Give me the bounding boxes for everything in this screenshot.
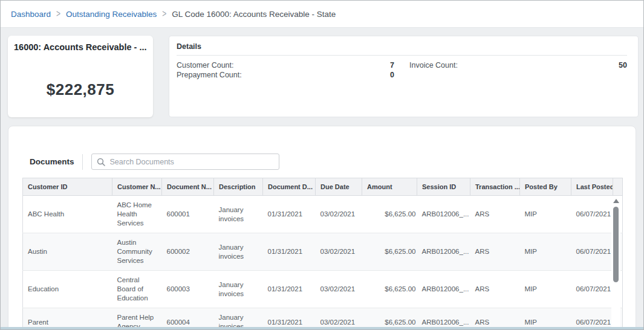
cell-posted-by: MIP — [520, 196, 571, 233]
cell-posted-by: MIP — [520, 233, 571, 271]
toolbar-divider — [82, 154, 83, 170]
cell-amount: $6,625.00 — [362, 271, 417, 308]
prepayment-count-label: Prepayment Count: — [177, 70, 242, 80]
column-header-due-date[interactable]: Due Date — [316, 178, 362, 196]
top-row: 16000: Accounts Receivable - ... $222,87… — [8, 36, 636, 117]
cell-due-date: 03/02/2021 — [316, 271, 362, 308]
documents-table: Customer IDCustomer N...Document N...Des… — [22, 178, 623, 330]
scrollbar-thumb[interactable] — [613, 207, 619, 282]
app-window: { "breadcrumb": { "separator": ">", "ite… — [0, 0, 644, 330]
customer-count-row: Customer Count: 7 — [177, 60, 394, 70]
column-header-customer-name[interactable]: Customer N... — [112, 178, 162, 196]
cell-customer-name: Austin Community Services — [112, 233, 162, 271]
chevron-right-icon: > — [162, 8, 166, 19]
cell-document-date: 01/31/2021 — [263, 233, 316, 271]
column-header-stub — [613, 178, 623, 196]
table-header-row: Customer IDCustomer N...Document N...Des… — [23, 178, 623, 196]
cell-customer-name: ABC Home Health Services — [112, 196, 162, 233]
prepayment-count-value: 0 — [390, 70, 394, 80]
table-body: ABC HealthABC Home Health Services600001… — [23, 196, 623, 330]
cell-document-date: 01/31/2021 — [263, 271, 316, 308]
window-bottom-edge — [1, 327, 643, 329]
search-icon — [97, 158, 105, 166]
scroll-up-arrow-icon[interactable] — [613, 199, 619, 203]
cell-customer-name: Central Board of Education — [112, 271, 162, 308]
documents-toolbar: Documents — [30, 154, 621, 170]
invoice-count-label: Invoice Count: — [409, 60, 458, 70]
column-header-session-id[interactable]: Session ID — [417, 178, 470, 196]
prepayment-count-row: Prepayment Count: 0 — [177, 70, 394, 80]
column-header-amount[interactable]: Amount — [362, 178, 417, 196]
column-header-last-posted[interactable]: Last Posted — [571, 178, 613, 196]
cell-amount: $6,625.00 — [362, 196, 417, 233]
cell-transaction-type: ARS — [470, 233, 520, 271]
table-row[interactable]: ABC HealthABC Home Health Services600001… — [23, 196, 623, 233]
customer-count-value: 7 — [390, 60, 394, 70]
chevron-right-icon: > — [56, 8, 60, 19]
cell-session-id: ARB012006_... — [417, 271, 470, 308]
gl-code-title: 16000: Accounts Receivable - ... — [14, 42, 147, 52]
gl-code-summary-card[interactable]: 16000: Accounts Receivable - ... $222,87… — [8, 36, 153, 117]
details-panel: Details Customer Count: 7 Prepayment Cou… — [169, 36, 639, 117]
column-header-transaction-type[interactable]: Transaction ... — [470, 178, 520, 196]
cell-transaction-type: ARS — [470, 196, 520, 233]
cell-posted-by: MIP — [520, 271, 571, 308]
details-right-column: Invoice Count: 50 — [409, 60, 627, 80]
search-input[interactable] — [110, 158, 274, 166]
details-heading: Details — [177, 42, 627, 56]
documents-heading: Documents — [30, 157, 74, 166]
cell-customer-id: Education — [23, 271, 112, 308]
cell-description: January invoices — [214, 271, 263, 308]
cell-transaction-type: ARS — [470, 271, 520, 308]
cell-due-date: 03/02/2021 — [316, 233, 362, 271]
breadcrumb-link-outstanding-receivables[interactable]: Outstanding Receivables — [66, 10, 157, 19]
cell-document-date: 01/31/2021 — [263, 196, 316, 233]
invoice-count-value: 50 — [619, 60, 627, 70]
cell-description: January invoices — [214, 196, 263, 233]
column-header-description[interactable]: Description — [214, 178, 263, 196]
cell-session-id: ARB012006_... — [417, 196, 470, 233]
breadcrumb-link-dashboard[interactable]: Dashboard — [11, 10, 51, 19]
cell-document-number: 600001 — [162, 196, 214, 233]
cell-session-id: ARB012006_... — [417, 233, 470, 271]
column-header-posted-by[interactable]: Posted By — [520, 178, 571, 196]
breadcrumb: Dashboard > Outstanding Receivables > GL… — [1, 1, 643, 28]
cell-last-posted: 06/07/2021 — [571, 196, 613, 233]
cell-description: January invoices — [214, 233, 263, 271]
column-header-customer-id[interactable]: Customer ID — [23, 178, 112, 196]
cell-customer-id: Austin — [23, 233, 112, 271]
breadcrumb-current-page: GL Code 16000: Accounts Receivable - Sta… — [172, 10, 336, 19]
table-row[interactable]: EducationCentral Board of Education60000… — [23, 271, 623, 308]
cell-customer-id: ABC Health — [23, 196, 112, 233]
documents-table-container: Customer IDCustomer N...Document N...Des… — [22, 178, 621, 330]
cell-last-posted: 06/07/2021 — [571, 271, 613, 308]
invoice-count-row: Invoice Count: 50 — [409, 60, 627, 70]
cell-due-date: 03/02/2021 — [316, 196, 362, 233]
documents-panel: Documents Customer IDCustomer N...Docume… — [8, 126, 636, 330]
column-header-document-date[interactable]: Document D... — [263, 178, 316, 196]
customer-count-label: Customer Count: — [177, 60, 233, 70]
cell-document-number: 600003 — [162, 271, 214, 308]
column-header-document-number[interactable]: Document N... — [162, 178, 214, 196]
details-left-column: Customer Count: 7 Prepayment Count: 0 — [177, 60, 394, 80]
cell-amount: $6,625.00 — [362, 233, 417, 271]
table-row[interactable]: AustinAustin Community Services600002Jan… — [23, 233, 623, 271]
vertical-scrollbar[interactable] — [611, 196, 620, 330]
cell-last-posted: 06/07/2021 — [571, 233, 613, 271]
cell-document-number: 600002 — [162, 233, 214, 271]
gl-code-amount: $222,875 — [14, 80, 147, 99]
document-search-box[interactable] — [91, 154, 279, 170]
